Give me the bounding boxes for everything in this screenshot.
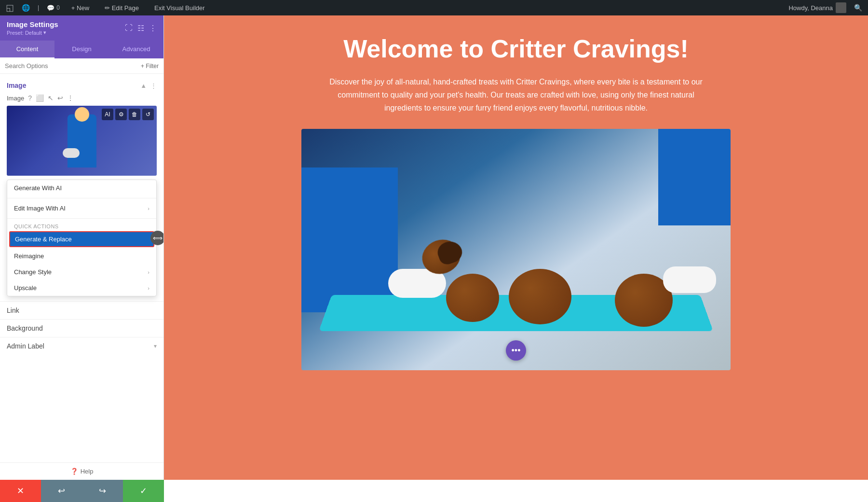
more-options-icon[interactable]: ⋮ — [67, 94, 74, 102]
collapse-icon[interactable]: ▲ — [140, 82, 147, 89]
search-input[interactable] — [5, 62, 138, 70]
help-icon[interactable]: ? — [28, 94, 32, 102]
image-glove — [63, 148, 80, 158]
generate-replace-item[interactable]: Generate & Replace — [9, 231, 154, 247]
delete-icon[interactable]: 🗑 — [129, 109, 140, 120]
help-circle-icon: ❓ — [70, 468, 78, 475]
admin-label-row[interactable]: Admin Label ▾ — [0, 337, 163, 355]
chevron-right-change-icon: › — [148, 269, 149, 275]
image-preview[interactable]: AI ⚙ 🗑 ↺ — [7, 106, 157, 176]
search-icon[interactable]: 🔍 — [854, 4, 862, 12]
wordpress-logo[interactable]: ◱ — [6, 2, 14, 13]
main-layout: Image Settings Preset: Default ▾ ⛶ ☷ ⋮ C… — [0, 15, 868, 480]
background-row[interactable]: Background — [0, 319, 163, 337]
canvas-image[interactable]: ••• — [301, 129, 731, 370]
panel-header-icons: ⛶ ☷ ⋮ — [125, 24, 157, 33]
dropdown-divider-1 — [7, 198, 156, 198]
admin-label: Admin Label — [7, 342, 44, 350]
section-icons: ▲ ⋮ — [140, 82, 157, 89]
section-more-icon[interactable]: ⋮ — [150, 82, 157, 89]
columns-icon[interactable]: ☷ — [137, 24, 144, 33]
bottom-bar: ✕ ↩ ↪ ✓ — [0, 480, 868, 502]
upscale-item[interactable]: Upscale › — [7, 280, 156, 296]
tab-content[interactable]: Content — [0, 41, 54, 58]
dropdown-divider-2 — [7, 218, 156, 219]
filter-button[interactable]: + Filter — [141, 63, 159, 70]
chevron-right-icon: › — [148, 206, 149, 211]
exit-visual-builder-button[interactable]: Exit Visual Builder — [150, 4, 209, 12]
preview-overlay-icons: AI ⚙ 🗑 ↺ — [102, 109, 154, 120]
panel-preset[interactable]: Preset: Default ▾ — [7, 29, 58, 36]
fullscreen-icon[interactable]: ⛶ — [125, 24, 133, 33]
more-icon[interactable]: ⋮ — [149, 24, 157, 33]
panel-title: Image Settings — [7, 20, 58, 28]
reimagine-item[interactable]: Reimagine — [7, 248, 156, 264]
admin-chevron-icon: ▾ — [154, 343, 157, 349]
arrow-handle[interactable]: ⟺ — [150, 231, 163, 245]
save-button[interactable]: ✓ — [123, 480, 164, 502]
canvas-title: Welcome to Critter Cravings! — [343, 35, 689, 64]
copy-icon[interactable]: ⬜ — [36, 94, 44, 102]
redo-button[interactable]: ↪ — [82, 480, 123, 502]
comment-count: 0 — [56, 4, 60, 11]
quick-actions-label: Quick Actions — [7, 221, 156, 230]
cookie-2 — [509, 269, 571, 324]
edit-image-item[interactable]: Edit Image With AI › — [7, 200, 156, 216]
link-row[interactable]: Link — [0, 301, 163, 319]
glove-right — [663, 266, 716, 293]
section-title: Image — [7, 82, 26, 89]
arm-right — [658, 129, 731, 225]
generate-with-ai-item[interactable]: Generate With AI — [7, 180, 156, 196]
right-canvas: Welcome to Critter Cravings! Discover th… — [164, 15, 868, 480]
tab-design[interactable]: Design — [54, 41, 109, 58]
ai-icon[interactable]: AI — [102, 109, 113, 120]
left-panel: Image Settings Preset: Default ▾ ⛶ ☷ ⋮ C… — [0, 15, 164, 480]
dropdown-menu: Generate With AI Edit Image With AI › Qu… — [7, 180, 157, 296]
panel-search: + Filter — [0, 58, 163, 74]
image-label: Image — [7, 95, 24, 102]
canvas-scene — [301, 129, 731, 370]
cookie-1 — [446, 274, 499, 322]
comment-icon[interactable]: 💬 0 — [47, 4, 60, 12]
chevron-right-upscale-icon: › — [148, 285, 149, 291]
panel-footer: ❓ Help — [0, 462, 163, 480]
undo-button[interactable]: ↩ — [41, 480, 82, 502]
cancel-button[interactable]: ✕ — [0, 480, 41, 502]
refresh-icon[interactable]: ↺ — [142, 109, 154, 120]
image-section-header[interactable]: Image ▲ ⋮ — [0, 79, 163, 92]
arrow-icon[interactable]: ↖ — [48, 94, 54, 102]
canvas-subtitle: Discover the joy of all-natural, hand-cr… — [328, 75, 704, 115]
howdy-label: Howdy, Deanna — [788, 2, 846, 13]
panel-content: Image ▲ ⋮ Image ? ⬜ ↖ ↩ ⋮ — [0, 74, 163, 462]
background-label: Background — [7, 324, 43, 332]
image-preview-container: AI ⚙ 🗑 ↺ — [7, 106, 157, 176]
settings-icon[interactable]: ⚙ — [115, 109, 127, 120]
fab-button[interactable]: ••• — [506, 340, 526, 361]
help-button[interactable]: ❓ Help — [70, 468, 94, 475]
image-figure — [68, 114, 96, 167]
new-button[interactable]: + New — [68, 4, 93, 12]
reset-icon[interactable]: ↩ — [57, 94, 63, 102]
bar-separator: | — [38, 4, 39, 11]
bottom-bar-left: ✕ ↩ ↪ ✓ — [0, 480, 164, 502]
edit-page-button[interactable]: ✏ Edit Page — [101, 4, 143, 12]
avatar — [836, 2, 846, 13]
wp-admin-bar: ◱ 🌐 | 💬 0 + New ✏ Edit Page Exit Visual … — [0, 0, 868, 15]
change-style-item[interactable]: Change Style › — [7, 264, 156, 280]
arm-left — [301, 167, 398, 312]
link-label: Link — [7, 307, 19, 314]
image-toolbar: Image ? ⬜ ↖ ↩ ⋮ — [0, 92, 163, 106]
tab-advanced[interactable]: Advanced — [109, 41, 163, 58]
panel-tabs: Content Design Advanced — [0, 41, 163, 58]
panel-header: Image Settings Preset: Default ▾ ⛶ ☷ ⋮ — [0, 15, 163, 41]
site-icon[interactable]: 🌐 — [22, 4, 30, 12]
